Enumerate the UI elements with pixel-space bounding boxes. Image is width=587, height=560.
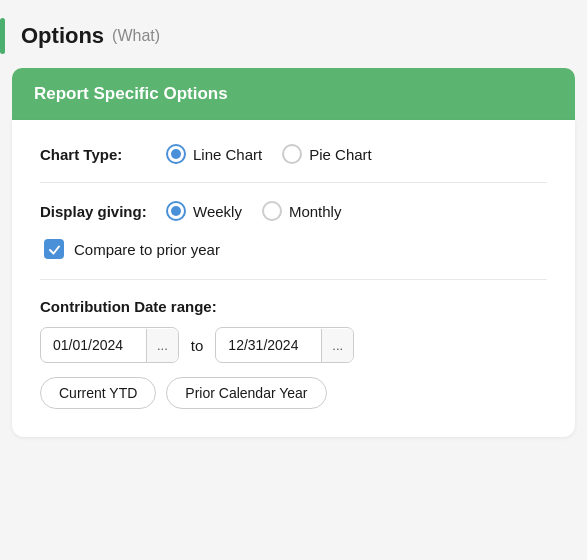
display-giving-label: Display giving: [40, 203, 150, 220]
chart-type-label: Chart Type: [40, 146, 150, 163]
end-date-picker-button[interactable]: ... [321, 329, 353, 362]
date-inputs-row: 01/01/2024 ... to 12/31/2024 ... [40, 327, 547, 363]
radio-weekly[interactable]: Weekly [166, 201, 242, 221]
start-date-value: 01/01/2024 [41, 328, 146, 362]
preset-buttons-row: Current YTD Prior Calendar Year [40, 377, 547, 409]
page-header: Options (What) [0, 0, 587, 68]
end-date-value: 12/31/2024 [216, 328, 321, 362]
end-date-ellipsis: ... [332, 338, 343, 353]
radio-line-chart[interactable]: Line Chart [166, 144, 262, 164]
compare-prior-year-checkbox[interactable] [44, 239, 64, 259]
display-giving-row: Display giving: Weekly Monthly [40, 201, 547, 221]
radio-line-chart-circle[interactable] [166, 144, 186, 164]
date-to-label: to [187, 337, 208, 354]
radio-monthly-label: Monthly [289, 203, 342, 220]
date-range-section: Contribution Date range: 01/01/2024 ... … [40, 298, 547, 409]
chart-type-radio-group: Line Chart Pie Chart [166, 144, 372, 164]
radio-monthly[interactable]: Monthly [262, 201, 342, 221]
start-date-ellipsis: ... [157, 338, 168, 353]
radio-weekly-label: Weekly [193, 203, 242, 220]
options-card: Chart Type: Line Chart Pie Chart Display… [12, 120, 575, 437]
divider-2 [40, 279, 547, 280]
display-giving-radio-group: Weekly Monthly [166, 201, 341, 221]
radio-weekly-circle[interactable] [166, 201, 186, 221]
start-date-wrapper: 01/01/2024 ... [40, 327, 179, 363]
radio-pie-chart-circle[interactable] [282, 144, 302, 164]
radio-monthly-circle[interactable] [262, 201, 282, 221]
section-header-bar: Report Specific Options [12, 68, 575, 120]
accent-bar [0, 18, 5, 54]
divider-1 [40, 182, 547, 183]
radio-pie-chart-label: Pie Chart [309, 146, 372, 163]
compare-prior-year-row: Compare to prior year [44, 239, 547, 259]
radio-pie-chart[interactable]: Pie Chart [282, 144, 372, 164]
page-subtitle: (What) [112, 27, 160, 45]
current-ytd-button[interactable]: Current YTD [40, 377, 156, 409]
date-range-label: Contribution Date range: [40, 298, 547, 315]
prior-calendar-year-button[interactable]: Prior Calendar Year [166, 377, 326, 409]
chart-type-row: Chart Type: Line Chart Pie Chart [40, 144, 547, 164]
section-header-text: Report Specific Options [34, 84, 228, 103]
compare-prior-year-label: Compare to prior year [74, 241, 220, 258]
radio-line-chart-label: Line Chart [193, 146, 262, 163]
checkmark-icon [48, 243, 61, 256]
end-date-wrapper: 12/31/2024 ... [215, 327, 354, 363]
start-date-picker-button[interactable]: ... [146, 329, 178, 362]
page-title: Options [21, 23, 104, 49]
